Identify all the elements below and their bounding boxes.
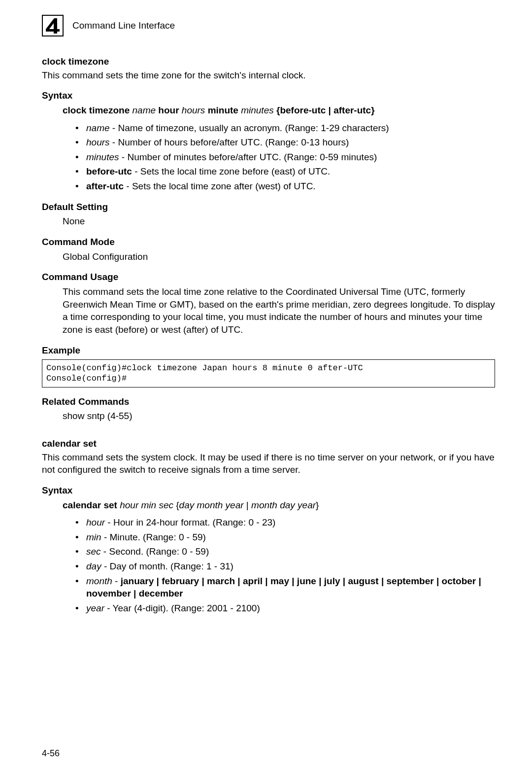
- param-desc: - Number of hours before/after UTC. (Ran…: [110, 137, 349, 147]
- param-desc: - Number of minutes before/after UTC. (R…: [119, 152, 377, 162]
- command-title-calendar-set: calendar set: [42, 437, 495, 450]
- syntax-param: day month year: [179, 500, 244, 510]
- syntax-param: hour min sec: [120, 500, 173, 510]
- chapter-number-icon: [44, 17, 61, 34]
- command-title-clock-timezone: clock timezone: [42, 55, 495, 68]
- command-usage-text: This command sets the local time zone re…: [63, 285, 495, 336]
- example-box: Console(config)#clock timezone Japan hou…: [42, 359, 495, 387]
- syntax-pipe: |: [244, 500, 252, 510]
- syntax-brace: }: [316, 500, 319, 510]
- list-item: year - Year (4-digit). (Range: 2001 - 21…: [75, 602, 495, 615]
- syntax-param: minutes: [241, 105, 274, 115]
- list-item: after-utc - Sets the local time zone aft…: [75, 180, 495, 193]
- param-list: name - Name of timezone, usually an acro…: [75, 122, 495, 193]
- command-mode-value: Global Configuration: [63, 250, 495, 263]
- syntax-param: hours: [182, 105, 205, 115]
- syntax-param: name: [133, 105, 156, 115]
- param-term: name: [86, 123, 110, 133]
- syntax-keyword: minute: [208, 105, 238, 115]
- param-desc: - Day of month. (Range: 1 - 31): [101, 561, 233, 571]
- param-term: year: [86, 603, 104, 613]
- page-number: 4-56: [42, 747, 60, 759]
- param-term: hour: [86, 517, 105, 528]
- syntax-keyword: {before-utc | after-utc}: [276, 105, 375, 115]
- command-usage-label: Command Usage: [42, 271, 495, 283]
- param-term: day: [86, 561, 101, 571]
- param-sep: -: [112, 576, 121, 586]
- list-item: before-utc - Sets the local time zone be…: [75, 165, 495, 178]
- param-term: after-utc: [86, 181, 124, 191]
- syntax-line: calendar set hour min sec {day month yea…: [63, 499, 495, 512]
- param-desc: - Year (4-digit). (Range: 2001 - 2100): [104, 603, 260, 613]
- list-item: hour - Hour in 24-hour format. (Range: 0…: [75, 516, 495, 529]
- syntax-label: Syntax: [42, 89, 495, 102]
- param-options: january | february | march | april | may…: [86, 576, 481, 599]
- page-header: Command Line Interface: [42, 15, 495, 36]
- param-desc: - Sets the local time zone after (west) …: [124, 181, 316, 191]
- related-commands-value: show sntp (4-55): [63, 410, 495, 422]
- list-item: name - Name of timezone, usually an acro…: [75, 122, 495, 135]
- list-item: sec - Second. (Range: 0 - 59): [75, 545, 495, 558]
- default-setting-value: None: [63, 215, 495, 228]
- param-desc: - Second. (Range: 0 - 59): [101, 546, 209, 557]
- syntax-keyword: hour: [158, 105, 179, 115]
- list-item: min - Minute. (Range: 0 - 59): [75, 531, 495, 544]
- example-label: Example: [42, 344, 495, 357]
- list-item: day - Day of month. (Range: 1 - 31): [75, 560, 495, 573]
- param-term: min: [86, 532, 101, 542]
- syntax-line: clock timezone name hour hours minute mi…: [63, 104, 495, 117]
- list-item: minutes - Number of minutes before/after…: [75, 151, 495, 164]
- syntax-label: Syntax: [42, 484, 495, 497]
- command-description: This command sets the system clock. It m…: [42, 451, 495, 476]
- related-commands-label: Related Commands: [42, 395, 495, 408]
- header-title: Command Line Interface: [72, 19, 175, 32]
- param-desc: - Hour in 24-hour format. (Range: 0 - 23…: [105, 517, 275, 528]
- param-desc: - Sets the local time zone before (east)…: [132, 166, 330, 176]
- param-term: sec: [86, 546, 101, 557]
- command-description: This command sets the time zone for the …: [42, 69, 495, 82]
- param-desc: - Minute. (Range: 0 - 59): [101, 532, 206, 542]
- list-item: month - january | february | march | apr…: [75, 575, 495, 600]
- syntax-keyword: clock timezone: [63, 105, 130, 115]
- param-term: before-utc: [86, 166, 132, 176]
- param-term: hours: [86, 137, 110, 147]
- param-desc: - Name of timezone, usually an acronym. …: [110, 123, 389, 133]
- syntax-param: month day year: [251, 500, 316, 510]
- chapter-icon: [42, 15, 64, 36]
- param-list: hour - Hour in 24-hour format. (Range: 0…: [75, 516, 495, 614]
- list-item: hours - Number of hours before/after UTC…: [75, 136, 495, 149]
- command-mode-label: Command Mode: [42, 236, 495, 248]
- param-term: minutes: [86, 152, 119, 162]
- param-term: month: [86, 576, 112, 586]
- syntax-keyword: calendar set: [63, 500, 117, 510]
- default-setting-label: Default Setting: [42, 201, 495, 213]
